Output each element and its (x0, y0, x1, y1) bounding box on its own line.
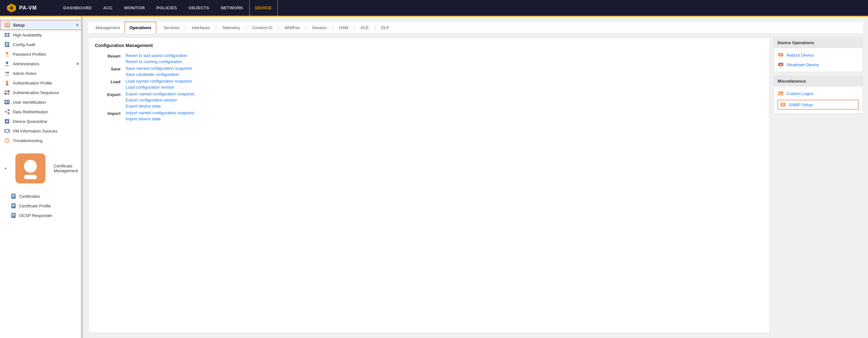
sidebar-resize-handle[interactable] (81, 17, 83, 338)
sidebar-item-quarantine[interactable]: Device Quarantine (0, 116, 83, 126)
link-reboot-device[interactable]: Reboot Device (778, 52, 859, 58)
svg-rect-21 (7, 90, 9, 92)
sidebar-group-cert-mgmt[interactable]: ▼ Certificate Management (0, 145, 83, 191)
logo-icon (6, 3, 17, 13)
tabs-bar: Management Operations | Services | Inter… (88, 22, 863, 34)
tab-divider-2: | (184, 22, 187, 33)
link-revert-running[interactable]: Revert to running configuration (126, 59, 763, 64)
svg-rect-2 (5, 23, 10, 27)
nav-dashboard[interactable]: DASHBOARD (58, 0, 97, 16)
nav-network[interactable]: NETWORK (215, 0, 249, 16)
nav-acc[interactable]: ACC (97, 0, 119, 16)
tab-wildfire[interactable]: WildFire (280, 22, 305, 34)
tab-operations[interactable]: Operations (125, 22, 156, 34)
link-save-candidate[interactable]: Save candidate configuration (126, 72, 763, 77)
svg-point-18 (6, 81, 8, 83)
custom-logos-label: Custom Logos (786, 91, 813, 96)
tab-ace[interactable]: ACE (356, 22, 374, 34)
tab-divider-9: | (374, 22, 376, 33)
link-load-version[interactable]: Load configuration version (126, 85, 763, 90)
svg-point-25 (5, 101, 7, 103)
snmp-icon (780, 102, 786, 108)
sidebar-item-ocsp[interactable]: OCSP Responder (0, 210, 83, 220)
svg-rect-46 (12, 196, 15, 196)
sidebar-item-vm-info[interactable]: VM Information Sources (0, 126, 83, 136)
svg-rect-54 (12, 215, 15, 216)
misc-header: Miscellaneous (774, 76, 863, 86)
link-export-device-state[interactable]: Export device state (126, 104, 763, 109)
link-shutdown-device[interactable]: Shutdown Device (778, 61, 859, 68)
link-save-named[interactable]: Save named configuration snapshot (126, 66, 763, 71)
link-revert-last-saved[interactable]: Revert to last saved configuration (126, 53, 763, 58)
shutdown-device-label: Shutdown Device (786, 62, 819, 67)
svg-rect-45 (12, 195, 15, 195)
svg-line-31 (6, 110, 8, 112)
link-snmp-setup[interactable]: SNMP Setup (778, 100, 859, 110)
tab-management[interactable]: Management (91, 22, 125, 34)
tab-divider-8: | (353, 22, 356, 33)
sidebar-item-setup[interactable]: Setup (0, 20, 83, 30)
nav-device[interactable]: DEVICE (249, 0, 278, 16)
link-export-version[interactable]: Export configuration version (126, 97, 763, 103)
sidebar-item-troubleshooting[interactable]: Troubleshooting (0, 136, 83, 145)
tab-session[interactable]: Session (307, 22, 332, 34)
svg-point-16 (5, 72, 7, 74)
svg-rect-7 (7, 33, 9, 34)
sidebar-item-cert-profile[interactable]: Certificate Profile (0, 201, 83, 210)
cert-profile-icon (10, 203, 17, 209)
revert-label: Revert (95, 53, 121, 59)
svg-rect-8 (4, 35, 7, 37)
sidebar-item-auth-profile[interactable]: Authentication Profile (0, 78, 83, 88)
main-layout: Setup High Availability Config Audit (0, 17, 868, 338)
svg-line-32 (6, 112, 8, 113)
nav-monitor[interactable]: MONITOR (119, 0, 151, 16)
sidebar-item-administrators[interactable]: Administrators (0, 59, 83, 68)
svg-rect-35 (7, 120, 7, 122)
nav-objects[interactable]: OBJECTS (183, 0, 215, 16)
link-export-named[interactable]: Export named configuration snapshot (126, 91, 763, 96)
sidebar-item-certificates[interactable]: Certificates (0, 191, 83, 201)
tab-dlp[interactable]: DLP (376, 22, 394, 34)
sidebar-item-admin-roles[interactable]: Admin Roles (0, 68, 83, 78)
admin-roles-icon (4, 70, 10, 77)
revert-links: Revert to last saved configuration Rever… (126, 53, 763, 64)
tab-hsm[interactable]: HSM (334, 22, 353, 34)
ocsp-icon (10, 212, 17, 219)
sidebar-item-auth-sequence[interactable]: Authentication Sequence (0, 88, 83, 97)
sidebar-label-certificates: Certificates (19, 194, 40, 199)
svg-rect-60 (779, 64, 782, 65)
administrators-badge (76, 62, 79, 65)
load-label: Load (95, 79, 121, 84)
config-audit-icon (4, 41, 10, 48)
sidebar-item-password-profiles[interactable]: Password Profiles (0, 49, 83, 59)
link-import-named[interactable]: Import named configuration snapshot (126, 110, 763, 115)
user-id-icon (4, 99, 10, 105)
misc-body: Custom Logos SNMP Setup (774, 86, 863, 113)
config-management-title: Configuration Management (95, 43, 763, 48)
nav-policies[interactable]: POLICIES (151, 0, 183, 16)
sidebar-item-data-redist[interactable]: Data Redistribution (0, 107, 83, 116)
sidebar-item-user-id[interactable]: User Identification (0, 97, 83, 107)
svg-point-14 (6, 52, 8, 54)
sidebar-item-config-audit[interactable]: Config Audit (0, 40, 83, 49)
link-import-device-state[interactable]: Import device state (126, 116, 763, 121)
tab-content-id[interactable]: Content-ID (247, 22, 277, 34)
quarantine-icon (4, 118, 10, 124)
sidebar-item-ha[interactable]: High Availability (0, 30, 83, 40)
save-links: Save named configuration snapshot Save c… (126, 66, 763, 77)
shutdown-icon (778, 61, 784, 68)
link-load-named[interactable]: Load named configuration snapshot (126, 79, 763, 84)
logo: PA-VM (6, 3, 45, 13)
import-label: Import (95, 110, 121, 116)
tab-services[interactable]: Services (159, 22, 184, 34)
svg-rect-44 (11, 194, 16, 199)
tab-interfaces[interactable]: Interfaces (187, 22, 215, 34)
tab-telemetry[interactable]: Telemetry (217, 22, 245, 34)
sidebar-label-vm-info: VM Information Sources (13, 129, 57, 134)
svg-point-42 (24, 160, 37, 172)
password-profiles-icon (4, 51, 10, 57)
link-custom-logos[interactable]: Custom Logos (778, 90, 859, 97)
sidebar-label-data-redist: Data Redistribution (13, 110, 48, 114)
save-label: Save (95, 66, 121, 72)
logo-text: PA-VM (19, 5, 37, 11)
